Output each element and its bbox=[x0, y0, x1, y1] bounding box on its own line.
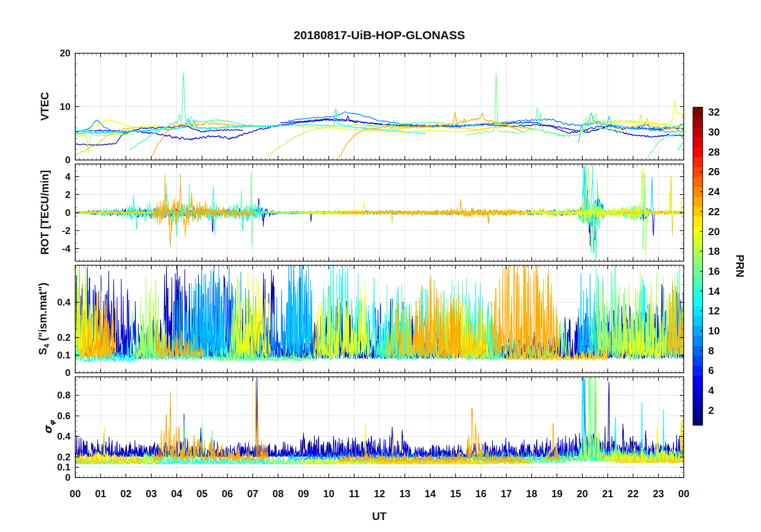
colorbar-cell bbox=[693, 395, 703, 405]
y-tick-label: 0 bbox=[65, 367, 70, 378]
colorbar-tick-label: 12 bbox=[708, 305, 720, 317]
y-tick-label: 0.2 bbox=[57, 332, 70, 343]
x-tick-label: 22 bbox=[627, 488, 639, 499]
x-tick-label: 14 bbox=[425, 488, 436, 499]
x-tick-label: 08 bbox=[272, 488, 284, 499]
x-tick-label: 12 bbox=[374, 488, 385, 499]
y-axis-label-sigma-phi: σφ bbox=[42, 420, 56, 434]
colorbar-tick-label: 30 bbox=[708, 126, 720, 138]
colorbar-tick-label: 28 bbox=[708, 146, 720, 158]
colorbar-cell bbox=[693, 256, 703, 266]
y-tick-label: -2 bbox=[62, 225, 70, 236]
colorbar-tick-label: 16 bbox=[708, 265, 720, 277]
x-tick-label: 06 bbox=[222, 488, 233, 499]
y-tick-label: 0.8 bbox=[57, 390, 70, 400]
series-prn-20 bbox=[605, 101, 684, 126]
y-tick-label: 0 bbox=[65, 207, 70, 218]
x-tick-label: 01 bbox=[95, 488, 106, 499]
colorbar-tick-label: 8 bbox=[708, 345, 714, 357]
y-tick-label: 0.1 bbox=[57, 350, 70, 360]
x-tick-label: 15 bbox=[450, 488, 461, 499]
y-tick-label: 0.2 bbox=[57, 452, 70, 462]
chart-canvas: 01020-4-202400.10.20.400.10.20.40.60.800… bbox=[0, 0, 761, 532]
colorbar-tick-label: 26 bbox=[708, 166, 720, 178]
series-prn-22 bbox=[615, 176, 684, 236]
x-tick-label: 16 bbox=[475, 488, 487, 499]
colorbar-cell bbox=[693, 216, 703, 226]
colorbar-cell bbox=[693, 236, 703, 246]
series-prn-23 bbox=[491, 242, 559, 357]
colorbar-tick-label: 10 bbox=[708, 325, 720, 337]
y-axis-label-s4: S4 ("ism.mat") bbox=[37, 283, 52, 355]
colorbar-tick-label: 24 bbox=[708, 186, 720, 198]
colorbar-tick-label: 14 bbox=[708, 285, 720, 297]
colorbar-tick-label: 18 bbox=[708, 245, 720, 257]
colorbar-cell bbox=[693, 296, 703, 306]
colorbar-cell bbox=[693, 177, 703, 187]
series-prn-18 bbox=[75, 134, 134, 153]
colorbar-cell bbox=[693, 316, 703, 326]
colorbar-cell bbox=[693, 336, 703, 346]
series-prn-23 bbox=[152, 174, 252, 247]
y-axis-label-vtec: VTEC bbox=[39, 92, 51, 121]
colorbar-tick-label: 2 bbox=[708, 404, 714, 416]
y-tick-label: 0.6 bbox=[57, 410, 70, 421]
y-tick-label: 0.1 bbox=[57, 462, 70, 472]
y-tick-label: 20 bbox=[60, 48, 70, 58]
x-tick-label: 00 bbox=[70, 488, 81, 499]
x-tick-label: 04 bbox=[171, 488, 182, 499]
y-tick-label: 10 bbox=[60, 101, 70, 112]
series-prn-13 bbox=[75, 109, 425, 134]
x-tick-label: 21 bbox=[602, 488, 613, 499]
colorbar-cell bbox=[693, 197, 703, 207]
colorbar-cell bbox=[693, 376, 703, 386]
colorbar-tick-label: 22 bbox=[708, 206, 720, 218]
y-tick-label: 4 bbox=[65, 171, 71, 182]
x-tick-label: 11 bbox=[349, 488, 360, 499]
x-tick-label: 02 bbox=[120, 488, 132, 499]
colorbar-label: PRN bbox=[733, 254, 746, 277]
series-prn-23 bbox=[152, 381, 268, 461]
series-prn-16 bbox=[647, 133, 684, 158]
colorbar-cell bbox=[693, 276, 703, 286]
x-tick-label: 05 bbox=[196, 488, 208, 499]
y-tick-label: 0 bbox=[65, 154, 70, 165]
colorbar-tick-label: 20 bbox=[708, 226, 720, 238]
x-tick-label: 18 bbox=[526, 488, 537, 499]
series-prn-13 bbox=[677, 142, 684, 150]
x-tick-label: 07 bbox=[247, 488, 258, 499]
x-tick-label: 17 bbox=[501, 488, 512, 499]
colorbar-cell bbox=[693, 157, 703, 167]
colorbar-cell bbox=[693, 117, 703, 127]
x-axis-label: UT bbox=[372, 510, 387, 523]
y-tick-label: 2 bbox=[65, 189, 70, 200]
colorbar-tick-label: 6 bbox=[708, 364, 714, 376]
colorbar-cell bbox=[693, 415, 703, 425]
y-axis-label-rot: ROT [TECU/min] bbox=[39, 170, 51, 254]
y-tick-label: 0.4 bbox=[57, 431, 71, 442]
x-tick-label: 13 bbox=[399, 488, 411, 499]
colorbar-tick-label: 32 bbox=[708, 106, 720, 118]
x-tick-label: 09 bbox=[298, 488, 309, 499]
colorbar-tick-label: 4 bbox=[708, 384, 714, 396]
y-tick-label: -4 bbox=[62, 243, 71, 254]
series-prn-20 bbox=[605, 417, 684, 462]
figure-glonass-scintillation: 01020-4-202400.10.20.400.10.20.40.60.800… bbox=[0, 0, 761, 532]
x-tick-label: 19 bbox=[551, 488, 563, 499]
x-tick-label: 20 bbox=[577, 488, 588, 499]
y-tick-label: 0.4 bbox=[57, 297, 71, 308]
page-title: 20180817-UiB-HOP-GLONASS bbox=[294, 28, 465, 42]
colorbar-cell bbox=[693, 137, 703, 147]
y-tick-label: 0 bbox=[65, 472, 70, 483]
series-prn-16 bbox=[466, 74, 623, 137]
series-prn-15 bbox=[131, 421, 263, 463]
x-tick-label: 03 bbox=[146, 488, 157, 499]
colorbar-cell bbox=[693, 356, 703, 366]
x-tick-label: 10 bbox=[323, 488, 334, 499]
x-tick-label: 23 bbox=[653, 488, 664, 499]
x-tick-label: 00 bbox=[678, 488, 689, 499]
